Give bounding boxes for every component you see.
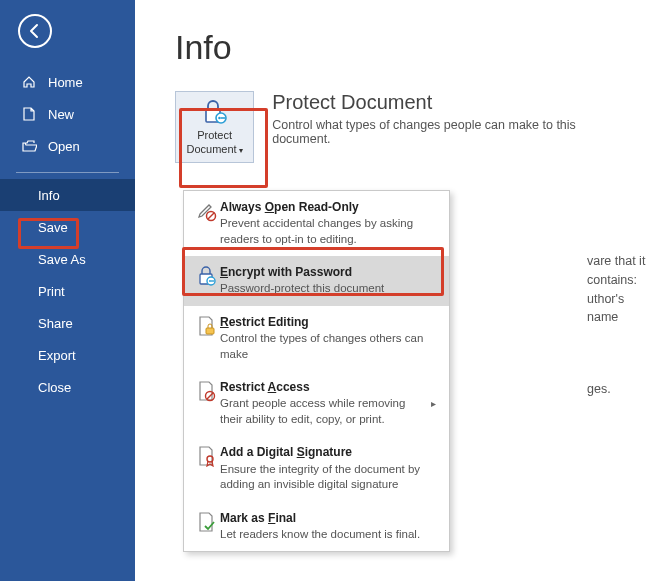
- sidebar-item-info[interactable]: Info: [0, 179, 135, 211]
- menu-item-title: Add a Digital Signature: [220, 444, 439, 460]
- menu-item-restrict-access[interactable]: Restrict Access Grant people access whil…: [184, 371, 449, 436]
- doc-check-icon: [194, 510, 220, 543]
- menu-item-desc: Let readers know the document is final.: [220, 527, 439, 543]
- protect-button-label-2: Document: [187, 143, 237, 155]
- doc-ribbon-icon: [194, 444, 220, 492]
- sidebar-item-label: Open: [48, 139, 80, 154]
- doc-lock-icon: [194, 314, 220, 362]
- menu-item-digital-signature[interactable]: Add a Digital Signature Ensure the integ…: [184, 436, 449, 501]
- sidebar-item-label: Share: [38, 316, 73, 331]
- menu-item-title: Restrict Access: [220, 379, 427, 395]
- svg-rect-7: [206, 328, 214, 334]
- new-doc-icon: [20, 107, 38, 121]
- protect-button-label-1: Protect: [197, 129, 232, 141]
- protect-document-menu: Always Open Read-Only Prevent accidental…: [183, 190, 450, 552]
- sidebar-item-label: Export: [38, 348, 76, 363]
- doc-prohibit-icon: [194, 379, 220, 427]
- menu-item-desc: Grant people access while removing their…: [220, 396, 427, 427]
- sidebar-item-export[interactable]: Export: [0, 339, 135, 371]
- sidebar-item-label: Print: [38, 284, 65, 299]
- sidebar-item-label: Close: [38, 380, 71, 395]
- svg-point-2: [218, 117, 221, 120]
- back-button[interactable]: [18, 14, 52, 48]
- sidebar-item-label: Info: [38, 188, 60, 203]
- sidebar-separator: [16, 172, 119, 173]
- pencil-prohibit-icon: [194, 199, 220, 247]
- sidebar-item-label: Save As: [38, 252, 86, 267]
- sidebar-item-label: New: [48, 107, 74, 122]
- protect-desc: Control what types of changes people can…: [272, 118, 634, 146]
- backstage-sidebar: Home New Open Info Save Save As Print: [0, 0, 135, 581]
- submenu-arrow-icon: ▸: [427, 379, 439, 427]
- menu-item-title: Encrypt with Password: [220, 264, 439, 280]
- menu-item-desc: Password-protect this document: [220, 281, 439, 297]
- menu-item-title: Always Open Read-Only: [220, 199, 439, 215]
- sidebar-item-new[interactable]: New: [0, 98, 135, 130]
- open-folder-icon: [20, 140, 38, 152]
- lock-key-icon: [202, 98, 228, 126]
- lock-key-icon: [194, 264, 220, 297]
- sidebar-item-open[interactable]: Open: [0, 130, 135, 162]
- protect-document-button[interactable]: Protect Document▾: [175, 91, 254, 163]
- menu-item-restrict-editing[interactable]: Restrict Editing Control the types of ch…: [184, 306, 449, 371]
- sidebar-item-print[interactable]: Print: [0, 275, 135, 307]
- back-arrow-icon: [27, 23, 43, 39]
- menu-item-desc: Ensure the integrity of the document by …: [220, 462, 439, 493]
- dropdown-caret-icon: ▾: [239, 146, 243, 155]
- sidebar-item-save[interactable]: Save: [0, 211, 135, 243]
- svg-point-6: [209, 280, 211, 282]
- menu-item-mark-final[interactable]: Mark as Final Let readers know the docum…: [184, 502, 449, 552]
- sidebar-item-label: Save: [38, 220, 68, 235]
- sidebar-item-home[interactable]: Home: [0, 66, 135, 98]
- sidebar-item-label: Home: [48, 75, 83, 90]
- menu-item-title: Restrict Editing: [220, 314, 439, 330]
- menu-item-title: Mark as Final: [220, 510, 439, 526]
- menu-item-read-only[interactable]: Always Open Read-Only Prevent accidental…: [184, 191, 449, 256]
- obscured-text-block-1: vare that it contains: uthor's name: [587, 252, 654, 327]
- menu-item-desc: Prevent accidental changes by asking rea…: [220, 216, 439, 247]
- obscured-text-block-2: ges.: [587, 380, 611, 399]
- protect-heading: Protect Document: [272, 91, 634, 114]
- menu-item-desc: Control the types of changes others can …: [220, 331, 439, 362]
- sidebar-item-save-as[interactable]: Save As: [0, 243, 135, 275]
- menu-item-encrypt-password[interactable]: Encrypt with Password Password-protect t…: [184, 256, 449, 306]
- home-icon: [20, 75, 38, 89]
- sidebar-item-close[interactable]: Close: [0, 371, 135, 403]
- sidebar-item-share[interactable]: Share: [0, 307, 135, 339]
- page-title: Info: [175, 28, 634, 67]
